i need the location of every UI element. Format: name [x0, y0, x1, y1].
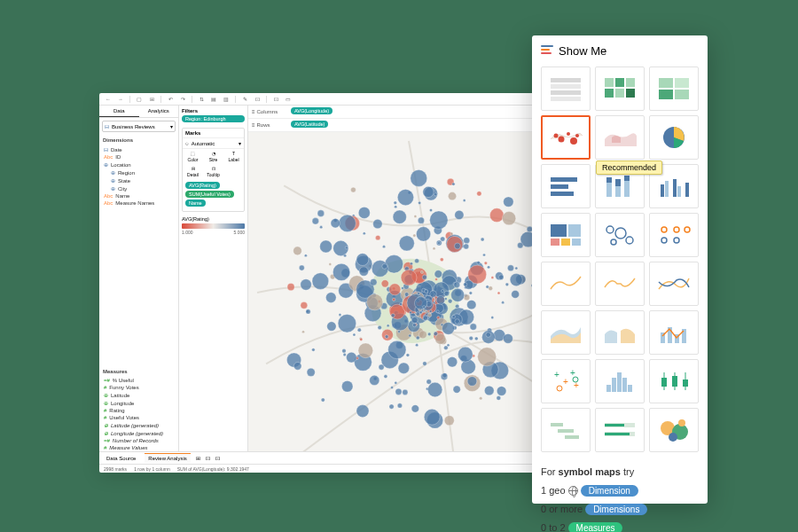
field-date[interactable]: ⊟Date: [102, 145, 176, 153]
swap-icon[interactable]: ⇅: [198, 96, 205, 103]
svg-point-419: [497, 395, 501, 400]
field-name[interactable]: AbcName: [102, 192, 176, 200]
viztype-filled-map[interactable]: [595, 115, 645, 160]
viztype-side-circle[interactable]: [649, 213, 699, 257]
new-datasource-icon[interactable]: ⊞: [148, 96, 155, 103]
viztype-line-discrete[interactable]: [595, 262, 645, 306]
sort-desc-icon[interactable]: ▥: [223, 96, 230, 103]
field-num-records[interactable]: =#Number of Records: [102, 437, 176, 444]
viztype-packed-bubbles[interactable]: [649, 408, 699, 452]
viztype-dual-combination[interactable]: [649, 310, 699, 355]
svg-point-346: [359, 267, 368, 276]
group-icon[interactable]: ⊡: [254, 96, 261, 103]
marks-tooltip[interactable]: ⊡Tooltip: [203, 164, 223, 179]
presentation-icon[interactable]: ▭: [285, 96, 292, 103]
back-icon[interactable]: ←: [105, 96, 112, 103]
field-funny[interactable]: #Funny Votes: [102, 384, 176, 391]
viztype-heatmap[interactable]: [595, 66, 645, 111]
viztype-treemap[interactable]: [541, 213, 591, 257]
datasource-selector[interactable]: ⊟ Business Reviews ▾: [102, 121, 176, 132]
measures-list: =#% Useful #Funny Votes ⊕Latitude ⊕Longi…: [99, 377, 178, 451]
svg-point-56: [329, 262, 332, 265]
viztype-line-continuous[interactable]: [541, 262, 591, 306]
svg-point-36: [505, 283, 509, 286]
viztype-pie[interactable]: [649, 115, 699, 160]
viztype-bullet[interactable]: [595, 408, 645, 452]
svg-point-121: [373, 219, 382, 228]
highlight-icon[interactable]: ✎: [241, 96, 248, 103]
new-dashboard-icon[interactable]: ⊡: [206, 455, 210, 461]
svg-point-310: [339, 215, 356, 231]
field-state[interactable]: ⊕State: [102, 176, 176, 184]
svg-rect-441: [551, 184, 568, 189]
mark-pill-name[interactable]: Name: [185, 200, 206, 207]
viztype-gantt[interactable]: [541, 408, 591, 452]
map-view[interactable]: [248, 132, 578, 451]
viztype-histogram[interactable]: [595, 359, 645, 403]
viztype-box-plot[interactable]: [649, 359, 699, 403]
field-location[interactable]: ⊕Location: [102, 160, 176, 168]
field-lat-gen[interactable]: ⊕Latitude (generated): [102, 421, 176, 429]
marks-detail[interactable]: ⊟Detail: [183, 164, 203, 179]
field-latitude[interactable]: ⊕Latitude: [102, 391, 176, 399]
filter-pill-region[interactable]: Region: Edinburgh: [182, 115, 245, 122]
tab-data[interactable]: Data: [99, 106, 139, 117]
viztype-hbar[interactable]: [541, 164, 591, 208]
viztype-circle-view[interactable]: [595, 213, 645, 257]
field-useful-votes[interactable]: #Useful Votes: [102, 414, 176, 421]
marks-color[interactable]: ⬚Color: [183, 149, 203, 164]
marks-size[interactable]: ◔Size: [203, 149, 223, 164]
field-rating[interactable]: #Rating: [102, 407, 176, 414]
svg-point-257: [388, 340, 406, 358]
field-useful-pct[interactable]: =#% Useful: [102, 377, 176, 384]
svg-point-227: [302, 331, 305, 333]
tab-datasource[interactable]: Data Source: [103, 454, 139, 463]
viztype-highlight-table[interactable]: [649, 66, 699, 111]
tab-analytics[interactable]: Analytics: [139, 106, 179, 117]
viztype-symbol-map[interactable]: [541, 115, 591, 160]
svg-point-49: [497, 387, 506, 396]
field-city[interactable]: ⊕City: [102, 184, 176, 192]
svg-point-252: [413, 234, 416, 237]
columns-pill[interactable]: AVG(Longitude): [291, 107, 332, 114]
viztype-area-discrete[interactable]: [595, 310, 645, 355]
rows-pill[interactable]: AVG(Latitude): [291, 121, 328, 128]
fit-icon[interactable]: ⊡: [272, 96, 279, 103]
svg-point-476: [557, 386, 562, 391]
svg-point-464: [661, 238, 667, 243]
svg-point-202: [507, 265, 513, 271]
field-id[interactable]: AbcID: [102, 153, 176, 160]
marks-type-selector[interactable]: ○ Automatic ▾: [183, 138, 244, 149]
new-sheet-icon[interactable]: ⊞: [196, 455, 200, 461]
forward-icon[interactable]: →: [117, 96, 124, 103]
field-longitude[interactable]: ⊕Longitude: [102, 399, 176, 407]
save-icon[interactable]: ▢: [136, 96, 143, 103]
viztype-dual-line[interactable]: [649, 262, 699, 306]
svg-point-417: [416, 312, 419, 316]
svg-point-278: [435, 333, 446, 344]
svg-point-387: [486, 286, 489, 288]
mark-pill-rating[interactable]: AVG(Rating): [185, 182, 220, 189]
redo-icon[interactable]: ↷: [179, 96, 186, 103]
rows-shelf[interactable]: ≡Rows AVG(Latitude): [248, 119, 578, 132]
mark-pill-useful[interactable]: SUM(Useful Votes): [185, 191, 234, 198]
new-story-icon[interactable]: ⊡: [215, 455, 220, 461]
field-region[interactable]: ⊕Region: [102, 168, 176, 176]
svg-point-169: [502, 212, 515, 225]
svg-rect-446: [615, 179, 621, 186]
sort-asc-icon[interactable]: ▤: [210, 96, 217, 103]
viztype-text-table[interactable]: [541, 66, 591, 111]
svg-point-91: [395, 388, 402, 395]
field-measure-names[interactable]: AbcMeasure Names: [102, 200, 176, 207]
undo-icon[interactable]: ↶: [167, 96, 174, 103]
viztype-scatter[interactable]: ++++: [541, 359, 591, 403]
viztype-area-continuous[interactable]: [541, 310, 591, 355]
field-lon-gen[interactable]: ⊕Longitude (generated): [102, 429, 176, 437]
tab-sheet-1[interactable]: Review Analysis: [145, 453, 190, 463]
svg-point-135: [338, 315, 356, 333]
marks-label[interactable]: TLabel: [223, 149, 244, 164]
columns-shelf[interactable]: ≡Columns AVG(Longitude): [248, 106, 578, 119]
svg-rect-453: [685, 183, 689, 197]
field-measure-values[interactable]: #Measure Values: [102, 444, 176, 451]
geo-icon: ⊕: [111, 185, 115, 192]
